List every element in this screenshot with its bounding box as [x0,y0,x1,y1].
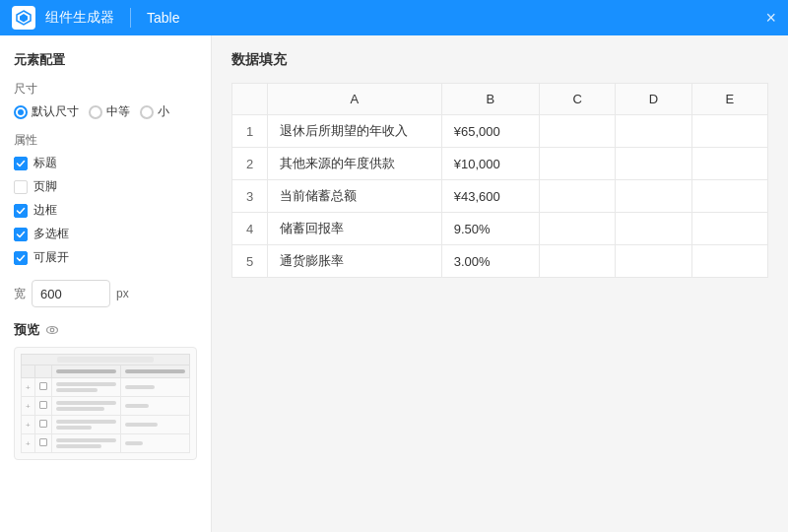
header-col-a: A [268,84,442,115]
checkbox-footer-icon [14,180,28,194]
table-body: 1 退休后所期望的年收入 ¥65,000 2 其他来源的年度供款 ¥10,000… [232,115,768,278]
cell-col-d[interactable] [616,245,691,278]
header-col-d: D [616,84,691,115]
cell-col-e[interactable] [691,115,767,148]
header-col-c: C [540,84,616,115]
size-option-medium[interactable]: 中等 [89,103,130,120]
cell-col-d[interactable] [616,180,691,213]
cell-col-b[interactable]: ¥65,000 [441,115,539,148]
cell-col-b[interactable]: ¥10,000 [441,148,539,180]
table-row: 4 储蓄回报率 9.50% [232,213,768,245]
checkbox-border-icon [14,204,28,218]
checkbox-multiselect-icon [14,228,28,241]
cell-col-e[interactable] [691,180,767,213]
header-col-e: E [691,84,767,115]
table-row: 5 通货膨胀率 3.00% [232,245,768,278]
checkbox-expandable-label: 可展开 [33,249,69,266]
cell-col-c[interactable] [540,115,616,148]
size-option-default[interactable]: 默认尺寸 [14,103,79,120]
size-option-small[interactable]: 小 [140,103,169,120]
radio-small-label: 小 [158,103,169,120]
checkbox-title-label: 标题 [33,155,57,171]
table-row: 1 退休后所期望的年收入 ¥65,000 [232,115,768,148]
cell-col-a[interactable]: 通货膨胀率 [268,245,442,278]
radio-small-icon [140,105,154,119]
preview-title: 预览 [14,321,197,339]
width-unit: px [116,287,129,300]
radio-medium-label: 中等 [106,103,130,120]
svg-point-2 [47,327,58,334]
checkbox-footer-label: 页脚 [33,178,57,195]
eye-icon [45,323,59,337]
data-table: A B C D E 1 退休后所期望的年收入 ¥65,000 2 其他来源的年度… [231,83,768,278]
cell-col-b[interactable]: 9.50% [441,213,539,245]
radio-default-label: 默认尺寸 [32,103,79,120]
svg-point-3 [50,328,54,332]
cell-col-d[interactable] [616,115,691,148]
width-label: 宽 [14,286,26,302]
cell-col-a[interactable]: 退休后所期望的年收入 [268,115,442,148]
radio-default-icon [14,105,28,119]
cell-col-c[interactable] [540,245,616,278]
checkbox-title-icon [14,157,28,170]
header-col-b: B [441,84,539,115]
cell-col-e[interactable] [691,148,767,180]
cell-col-d[interactable] [616,148,691,180]
checkbox-border-label: 边框 [33,202,57,219]
cell-rownum[interactable]: 1 [232,115,268,148]
preview-area: + + + + [14,347,197,460]
close-button[interactable]: × [765,9,776,27]
titlebar: 组件生成器 Table × [0,0,788,35]
checkbox-title[interactable]: 标题 [14,155,197,171]
table-header-row: A B C D E [232,84,768,115]
data-section-title: 数据填充 [231,51,768,69]
attributes-label: 属性 [14,132,197,149]
app-name: 组件生成器 [45,9,114,27]
checkbox-multiselect-label: 多选框 [33,226,69,242]
width-input[interactable] [32,280,110,307]
table-row: 3 当前储蓄总额 ¥43,600 [232,180,768,213]
cell-col-c[interactable] [540,213,616,245]
config-section-title: 元素配置 [14,51,197,69]
checkbox-expandable-icon [14,251,28,265]
preview-table: + + + + [21,354,190,453]
cell-rownum[interactable]: 5 [232,245,268,278]
checkbox-expandable[interactable]: 可展开 [14,249,197,266]
width-row: 宽 px [14,280,197,307]
size-radio-group: 默认尺寸 中等 小 [14,103,197,120]
title-divider [130,8,131,28]
right-panel: 数据填充 A B C D E 1 退休后所期望的年收入 ¥65,000 2 其他… [212,35,788,532]
radio-medium-icon [89,105,102,119]
cell-col-e[interactable] [691,213,767,245]
cell-col-c[interactable] [540,148,616,180]
svg-marker-1 [20,14,28,23]
size-label: 尺寸 [14,81,197,98]
checkbox-footer[interactable]: 页脚 [14,178,197,195]
checkbox-border[interactable]: 边框 [14,202,197,219]
left-panel: 元素配置 尺寸 默认尺寸 中等 小 属性 标题 [0,35,212,532]
cell-col-b[interactable]: ¥43,600 [441,180,539,213]
page-title: Table [147,10,765,26]
cell-col-a[interactable]: 储蓄回报率 [268,213,442,245]
cell-col-c[interactable] [540,180,616,213]
header-rownum [232,84,268,115]
cell-col-b[interactable]: 3.00% [441,245,539,278]
cell-col-e[interactable] [691,245,767,278]
table-row: 2 其他来源的年度供款 ¥10,000 [232,148,768,180]
cell-rownum[interactable]: 4 [232,213,268,245]
main-layout: 元素配置 尺寸 默认尺寸 中等 小 属性 标题 [0,35,788,532]
cell-col-d[interactable] [616,213,691,245]
cell-col-a[interactable]: 当前储蓄总额 [268,180,442,213]
checkbox-multiselect[interactable]: 多选框 [14,226,197,242]
cell-rownum[interactable]: 2 [232,148,268,180]
app-logo [12,6,35,30]
cell-rownum[interactable]: 3 [232,180,268,213]
cell-col-a[interactable]: 其他来源的年度供款 [268,148,442,180]
